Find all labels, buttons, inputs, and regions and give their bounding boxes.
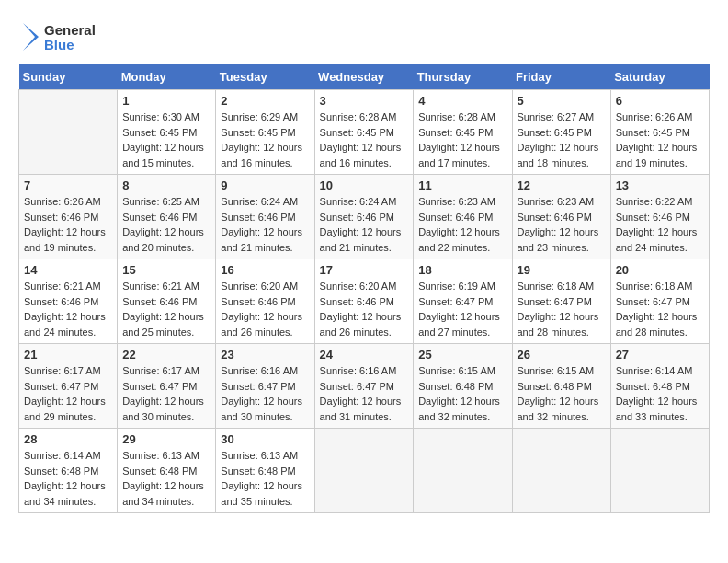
calendar-cell — [610, 429, 709, 513]
day-number: 1 — [122, 94, 210, 108]
day-info: Sunrise: 6:26 AM Sunset: 6:46 PM Dayligh… — [24, 196, 106, 253]
header-saturday: Saturday — [610, 64, 709, 90]
calendar-cell: 6Sunrise: 6:26 AM Sunset: 6:45 PM Daylig… — [610, 90, 709, 175]
header-tuesday: Tuesday — [216, 64, 314, 90]
logo-svg: GeneralBlue — [18, 18, 101, 55]
calendar-cell: 9Sunrise: 6:24 AM Sunset: 6:46 PM Daylig… — [216, 175, 314, 259]
calendar-cell — [512, 429, 610, 513]
day-info: Sunrise: 6:26 AM Sunset: 6:45 PM Dayligh… — [616, 111, 698, 168]
calendar-cell: 23Sunrise: 6:16 AM Sunset: 6:47 PM Dayli… — [216, 344, 314, 429]
week-row-1: 1Sunrise: 6:30 AM Sunset: 6:45 PM Daylig… — [19, 90, 710, 175]
calendar-cell: 10Sunrise: 6:24 AM Sunset: 6:46 PM Dayli… — [314, 175, 414, 259]
calendar-cell: 2Sunrise: 6:29 AM Sunset: 6:45 PM Daylig… — [216, 90, 314, 175]
day-number: 20 — [616, 263, 704, 277]
day-number: 14 — [24, 263, 112, 277]
day-number: 30 — [221, 432, 309, 446]
day-info: Sunrise: 6:17 AM Sunset: 6:47 PM Dayligh… — [122, 365, 204, 422]
calendar-cell: 4Sunrise: 6:28 AM Sunset: 6:45 PM Daylig… — [414, 90, 512, 175]
day-number: 24 — [320, 348, 409, 362]
calendar-cell: 11Sunrise: 6:23 AM Sunset: 6:46 PM Dayli… — [414, 175, 512, 259]
day-info: Sunrise: 6:20 AM Sunset: 6:46 PM Dayligh… — [320, 281, 402, 338]
day-number: 3 — [320, 94, 409, 108]
day-number: 9 — [221, 178, 309, 192]
calendar-cell: 25Sunrise: 6:15 AM Sunset: 6:48 PM Dayli… — [414, 344, 512, 429]
day-number: 19 — [518, 263, 606, 277]
day-number: 17 — [320, 263, 409, 277]
day-info: Sunrise: 6:23 AM Sunset: 6:46 PM Dayligh… — [518, 196, 599, 253]
calendar-cell: 7Sunrise: 6:26 AM Sunset: 6:46 PM Daylig… — [19, 175, 118, 259]
day-info: Sunrise: 6:27 AM Sunset: 6:45 PM Dayligh… — [518, 111, 599, 168]
header-thursday: Thursday — [414, 64, 512, 90]
day-info: Sunrise: 6:13 AM Sunset: 6:48 PM Dayligh… — [221, 450, 302, 507]
calendar-cell: 16Sunrise: 6:20 AM Sunset: 6:46 PM Dayli… — [216, 259, 314, 344]
day-number: 5 — [518, 94, 606, 108]
logo: GeneralBlue — [18, 18, 101, 55]
day-info: Sunrise: 6:24 AM Sunset: 6:46 PM Dayligh… — [320, 196, 402, 253]
day-number: 10 — [320, 178, 409, 192]
day-number: 11 — [418, 178, 506, 192]
day-info: Sunrise: 6:14 AM Sunset: 6:48 PM Dayligh… — [616, 365, 698, 422]
svg-text:Blue: Blue — [44, 37, 74, 52]
header-sunday: Sunday — [19, 64, 118, 90]
day-info: Sunrise: 6:28 AM Sunset: 6:45 PM Dayligh… — [418, 111, 500, 168]
day-info: Sunrise: 6:19 AM Sunset: 6:47 PM Dayligh… — [418, 281, 500, 338]
day-info: Sunrise: 6:29 AM Sunset: 6:45 PM Dayligh… — [221, 111, 302, 168]
calendar-cell — [19, 90, 118, 175]
calendar-cell: 8Sunrise: 6:25 AM Sunset: 6:46 PM Daylig… — [118, 175, 216, 259]
day-info: Sunrise: 6:21 AM Sunset: 6:46 PM Dayligh… — [24, 281, 106, 338]
day-number: 26 — [518, 348, 606, 362]
calendar-cell: 3Sunrise: 6:28 AM Sunset: 6:45 PM Daylig… — [314, 90, 414, 175]
calendar-cell: 21Sunrise: 6:17 AM Sunset: 6:47 PM Dayli… — [19, 344, 118, 429]
calendar-cell: 19Sunrise: 6:18 AM Sunset: 6:47 PM Dayli… — [512, 259, 610, 344]
day-number: 27 — [616, 348, 704, 362]
calendar-cell: 1Sunrise: 6:30 AM Sunset: 6:45 PM Daylig… — [118, 90, 216, 175]
week-row-3: 14Sunrise: 6:21 AM Sunset: 6:46 PM Dayli… — [19, 259, 710, 344]
day-info: Sunrise: 6:16 AM Sunset: 6:47 PM Dayligh… — [320, 365, 402, 422]
day-number: 28 — [24, 432, 112, 446]
day-number: 4 — [418, 94, 506, 108]
day-info: Sunrise: 6:14 AM Sunset: 6:48 PM Dayligh… — [24, 450, 106, 507]
page-header: GeneralBlue — [18, 18, 710, 55]
day-info: Sunrise: 6:15 AM Sunset: 6:48 PM Dayligh… — [418, 365, 500, 422]
day-number: 25 — [418, 348, 506, 362]
calendar-cell: 27Sunrise: 6:14 AM Sunset: 6:48 PM Dayli… — [610, 344, 709, 429]
calendar-cell: 30Sunrise: 6:13 AM Sunset: 6:48 PM Dayli… — [216, 429, 314, 513]
week-row-4: 21Sunrise: 6:17 AM Sunset: 6:47 PM Dayli… — [19, 344, 710, 429]
calendar-cell: 22Sunrise: 6:17 AM Sunset: 6:47 PM Dayli… — [118, 344, 216, 429]
day-info: Sunrise: 6:18 AM Sunset: 6:47 PM Dayligh… — [518, 281, 599, 338]
calendar-cell: 15Sunrise: 6:21 AM Sunset: 6:46 PM Dayli… — [118, 259, 216, 344]
day-number: 16 — [221, 263, 309, 277]
header-wednesday: Wednesday — [314, 64, 414, 90]
day-info: Sunrise: 6:16 AM Sunset: 6:47 PM Dayligh… — [221, 365, 302, 422]
day-info: Sunrise: 6:18 AM Sunset: 6:47 PM Dayligh… — [616, 281, 698, 338]
week-row-2: 7Sunrise: 6:26 AM Sunset: 6:46 PM Daylig… — [19, 175, 710, 259]
day-number: 22 — [122, 348, 210, 362]
calendar-cell: 12Sunrise: 6:23 AM Sunset: 6:46 PM Dayli… — [512, 175, 610, 259]
day-number: 8 — [122, 178, 210, 192]
header-monday: Monday — [118, 64, 216, 90]
day-info: Sunrise: 6:21 AM Sunset: 6:46 PM Dayligh… — [122, 281, 204, 338]
calendar-cell: 13Sunrise: 6:22 AM Sunset: 6:46 PM Dayli… — [610, 175, 709, 259]
day-number: 12 — [518, 178, 606, 192]
day-info: Sunrise: 6:24 AM Sunset: 6:46 PM Dayligh… — [221, 196, 302, 253]
day-info: Sunrise: 6:13 AM Sunset: 6:48 PM Dayligh… — [122, 450, 204, 507]
day-number: 7 — [24, 178, 112, 192]
day-number: 18 — [418, 263, 506, 277]
svg-text:General: General — [44, 22, 96, 38]
calendar-table: SundayMondayTuesdayWednesdayThursdayFrid… — [18, 64, 710, 513]
day-number: 15 — [122, 263, 210, 277]
day-info: Sunrise: 6:28 AM Sunset: 6:45 PM Dayligh… — [320, 111, 402, 168]
calendar-cell: 5Sunrise: 6:27 AM Sunset: 6:45 PM Daylig… — [512, 90, 610, 175]
day-number: 2 — [221, 94, 309, 108]
day-number: 6 — [616, 94, 704, 108]
calendar-cell: 20Sunrise: 6:18 AM Sunset: 6:47 PM Dayli… — [610, 259, 709, 344]
calendar-cell: 29Sunrise: 6:13 AM Sunset: 6:48 PM Dayli… — [118, 429, 216, 513]
day-info: Sunrise: 6:22 AM Sunset: 6:46 PM Dayligh… — [616, 196, 698, 253]
calendar-cell: 28Sunrise: 6:14 AM Sunset: 6:48 PM Dayli… — [19, 429, 118, 513]
day-info: Sunrise: 6:23 AM Sunset: 6:46 PM Dayligh… — [418, 196, 500, 253]
day-info: Sunrise: 6:30 AM Sunset: 6:45 PM Dayligh… — [122, 111, 204, 168]
calendar-cell — [314, 429, 414, 513]
calendar-cell: 14Sunrise: 6:21 AM Sunset: 6:46 PM Dayli… — [19, 259, 118, 344]
calendar-cell: 18Sunrise: 6:19 AM Sunset: 6:47 PM Dayli… — [414, 259, 512, 344]
day-number: 23 — [221, 348, 309, 362]
